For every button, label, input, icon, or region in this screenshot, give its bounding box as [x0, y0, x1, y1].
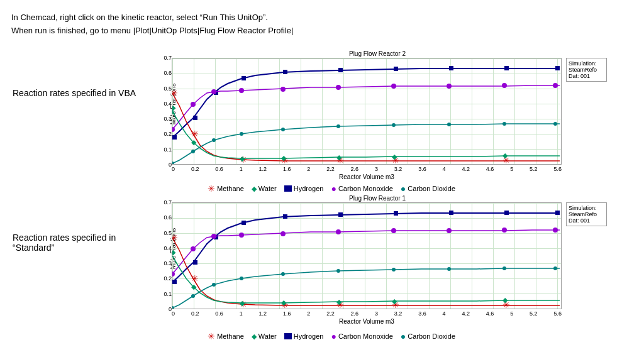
svg-point-80 — [191, 294, 195, 298]
svg-point-15 — [336, 85, 341, 90]
svg-point-88 — [553, 266, 557, 270]
chart1-legend: ✳ Methane ◆ Water Hydrogen ● Carbon Mono… — [208, 184, 455, 194]
legend2-carbon-monoxide: ● Carbon Monoxide — [331, 331, 392, 341]
svg-point-41 — [392, 123, 396, 127]
svg-rect-4 — [283, 70, 287, 74]
chart2-sim-line1: Simulation: — [569, 205, 604, 211]
svg-text:◆: ◆ — [502, 151, 508, 159]
svg-point-58 — [239, 233, 244, 238]
svg-text:◆: ◆ — [281, 154, 287, 162]
svg-text:◆: ◆ — [281, 299, 287, 306]
svg-point-12 — [211, 89, 216, 94]
chart2-section: Reaction rates specified in “Standard” P… — [13, 195, 638, 333]
chart1-wrapper: Plug Flow Reactor 2 Mole Fractions — [148, 50, 607, 182]
svg-rect-54 — [555, 211, 560, 215]
chart2-y-ticks: 0 0.1 0.2 0.3 0.4 0.5 0.6 0.7 — [165, 202, 172, 309]
co-icon2: ● — [331, 331, 336, 341]
svg-text:◆: ◆ — [502, 296, 508, 304]
co2-label2: Carbon Dioxide — [408, 332, 455, 340]
legend1-water: ◆ Water — [252, 185, 277, 193]
co-label: Carbon Monoxide — [338, 185, 393, 192]
svg-point-87 — [502, 266, 506, 270]
co2-icon: ● — [401, 184, 406, 194]
methane-icon2: ✳ — [208, 331, 215, 341]
svg-point-63 — [502, 228, 507, 233]
header-line1: In Chemcad, right click on the kinetic r… — [11, 11, 293, 25]
svg-text:◆: ◆ — [172, 104, 176, 111]
chart1-section: Reaction rates specified in VBA Plug Flo… — [13, 50, 638, 189]
svg-point-36 — [191, 150, 195, 153]
svg-text:◆: ◆ — [392, 153, 397, 160]
header-text: In Chemcad, right click on the kinetic r… — [11, 11, 293, 38]
chart1-x-ticks: 00.20.611.21.622.22.633.23.644.24.655.25… — [172, 166, 562, 172]
svg-point-55 — [172, 272, 175, 277]
hydrogen-icon — [284, 185, 292, 192]
chart2-svg: ✳ ✳ ✳ ✳ ✳ ✳ ✳ ◆ ◆ ◆ ◆ ◆ ◆ ◆ — [172, 203, 562, 309]
methane-icon: ✳ — [208, 184, 215, 194]
svg-point-57 — [211, 234, 216, 239]
svg-rect-1 — [193, 116, 197, 120]
svg-text:✳: ✳ — [191, 273, 199, 283]
svg-point-17 — [447, 84, 452, 89]
svg-rect-52 — [449, 211, 453, 215]
svg-point-18 — [502, 83, 507, 88]
svg-point-16 — [391, 84, 396, 89]
svg-text:◆: ◆ — [191, 138, 197, 146]
chart1-plot: ✳ ✳ ✳ ✳ ✳ ✳ ✳ ◆ ◆ ◆ ◆ ◆ ◆ ◆ — [172, 58, 562, 165]
svg-text:✳: ✳ — [191, 129, 199, 139]
svg-text:✳: ✳ — [172, 233, 178, 243]
svg-rect-5 — [338, 68, 343, 72]
hydrogen-icon2 — [284, 333, 292, 339]
svg-point-83 — [281, 272, 285, 276]
svg-text:◆: ◆ — [336, 153, 342, 161]
water-label: Water — [258, 185, 277, 192]
chart2-legend: ✳ Methane ◆ Water Hydrogen ● Carbon Mono… — [208, 331, 455, 341]
svg-point-14 — [280, 87, 286, 92]
svg-rect-51 — [394, 211, 398, 216]
svg-point-19 — [553, 83, 558, 88]
chart1-svg: ✳ ✳ ✳ ✳ ✳ ✳ ✳ ◆ ◆ ◆ ◆ ◆ ◆ ◆ — [172, 58, 562, 165]
svg-point-35 — [172, 162, 174, 165]
svg-point-59 — [280, 231, 286, 236]
svg-point-86 — [447, 267, 451, 271]
svg-rect-9 — [555, 66, 560, 70]
svg-text:◆: ◆ — [240, 299, 245, 307]
svg-point-39 — [281, 128, 285, 131]
chart2-wrapper: Plug Flow Reactor 1 Mole Fractions — [148, 195, 607, 327]
svg-point-44 — [553, 122, 557, 126]
svg-rect-50 — [338, 212, 343, 217]
svg-point-40 — [336, 124, 340, 128]
svg-text:◆: ◆ — [392, 297, 397, 305]
svg-point-62 — [447, 228, 452, 233]
svg-text:✳: ✳ — [172, 88, 178, 98]
header-line2: When run is finished, go to menu |Plot|U… — [11, 25, 293, 38]
methane-label: Methane — [217, 185, 244, 192]
svg-point-42 — [447, 123, 451, 126]
svg-rect-8 — [504, 66, 509, 70]
chart1-title: Plug Flow Reactor 2 — [148, 50, 607, 57]
svg-point-13 — [239, 88, 244, 93]
svg-point-11 — [191, 102, 196, 107]
svg-point-64 — [553, 228, 558, 233]
legend1-hydrogen: Hydrogen — [284, 185, 324, 192]
chart1-sim-line3: Dat: 001 — [569, 73, 604, 79]
legend2-methane: ✳ Methane — [208, 331, 244, 341]
svg-text:◆: ◆ — [240, 155, 245, 162]
svg-text:◆: ◆ — [191, 283, 197, 290]
chart2-sim-line3: Dat: 001 — [569, 217, 604, 224]
chart1-label: Reaction rates specified in VBA — [13, 88, 138, 98]
methane-label2: Methane — [217, 332, 244, 340]
svg-point-84 — [336, 269, 340, 273]
chart1-y-ticks: 0 0.1 0.2 0.3 0.4 0.5 0.6 0.7 — [165, 58, 172, 165]
svg-point-56 — [191, 246, 196, 251]
chart1-sim-line1: Simulation: — [569, 60, 604, 67]
svg-point-60 — [336, 229, 341, 234]
svg-rect-46 — [193, 260, 197, 265]
svg-rect-7 — [449, 66, 453, 70]
legend2-hydrogen: Hydrogen — [284, 332, 324, 340]
chart2-plot: ✳ ✳ ✳ ✳ ✳ ✳ ✳ ◆ ◆ ◆ ◆ ◆ ◆ ◆ — [172, 202, 562, 309]
legend1-carbon-dioxide: ● Carbon Dioxide — [401, 184, 455, 194]
chart2-label: Reaction rates specified in “Standard” — [13, 233, 138, 253]
svg-rect-45 — [172, 280, 177, 284]
svg-point-38 — [240, 132, 243, 136]
